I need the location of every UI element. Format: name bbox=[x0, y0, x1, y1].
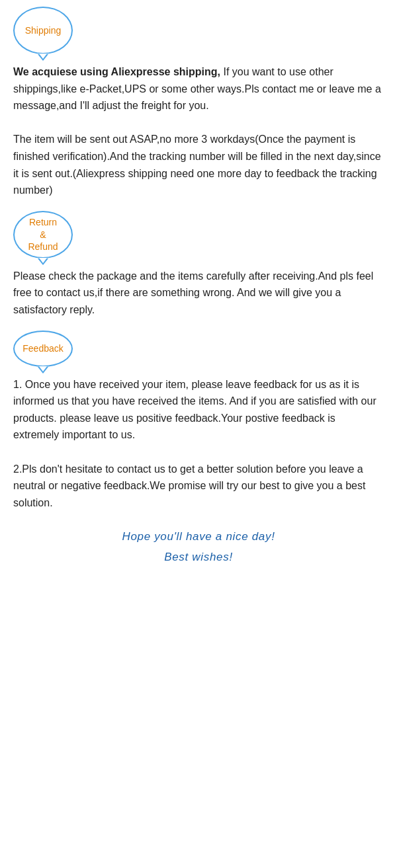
return-bubble-wrap: Return & Refund bbox=[13, 211, 384, 258]
shipping-para2: The item will be sent out ASAP,no more 3… bbox=[13, 134, 381, 196]
return-bubble-label: Return & Refund bbox=[28, 216, 58, 253]
return-para: Please check the package and the items c… bbox=[13, 270, 373, 315]
shipping-text-block: We acquiese using Aliexpresse shipping, … bbox=[13, 63, 384, 199]
shipping-section: Shipping We acquiese using Aliexpresse s… bbox=[13, 7, 384, 199]
closing-line1: Hope you'll have a nice day! bbox=[13, 527, 384, 547]
feedback-bubble: Feedback bbox=[13, 331, 73, 367]
feedback-bubble-wrap: Feedback bbox=[13, 331, 384, 367]
feedback-para1: 1. Once you have received your item, ple… bbox=[13, 379, 376, 441]
shipping-bubble: Shipping bbox=[13, 7, 73, 54]
shipping-bold-text: We acquiese using Aliexpresse shipping, bbox=[13, 66, 220, 77]
feedback-text-block: 1. Once you have received your item, ple… bbox=[13, 376, 384, 512]
feedback-section: Feedback 1. Once you have received your … bbox=[13, 331, 384, 512]
closing-line2: Best wishes! bbox=[13, 547, 384, 568]
return-text-block: Please check the package and the items c… bbox=[13, 268, 384, 319]
closing-block: Hope you'll have a nice day! Best wishes… bbox=[13, 527, 384, 567]
feedback-bubble-label: Feedback bbox=[22, 342, 63, 354]
shipping-bubble-label: Shipping bbox=[25, 24, 62, 36]
feedback-para2: 2.Pls don't hesitate to contact us to ge… bbox=[13, 463, 365, 508]
return-refund-section: Return & Refund Please check the package… bbox=[13, 211, 384, 319]
return-bubble: Return & Refund bbox=[13, 211, 73, 258]
shipping-bubble-wrap: Shipping bbox=[13, 7, 384, 54]
